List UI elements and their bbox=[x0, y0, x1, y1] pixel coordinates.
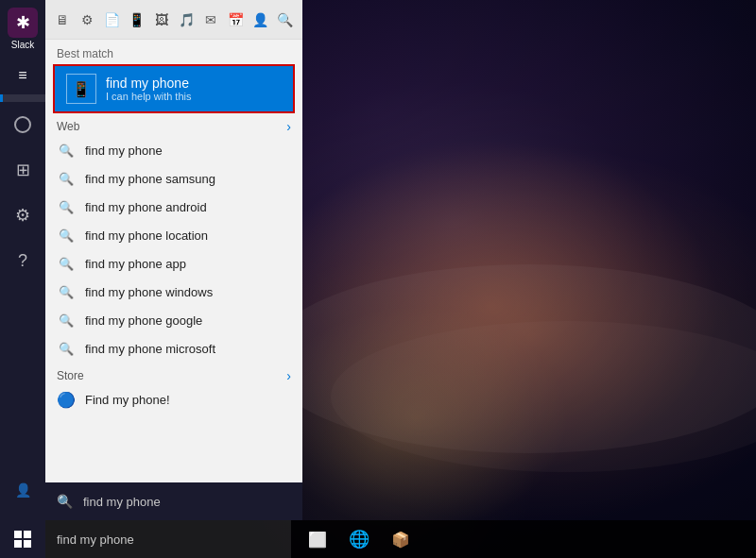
taskbar-multidesktop-icon[interactable]: ⬜ bbox=[299, 520, 336, 558]
toolbar-calendar-icon[interactable]: 📅 bbox=[226, 8, 245, 31]
search-bar[interactable]: 🔍 find my phone bbox=[45, 482, 302, 520]
sidebar-item-apps[interactable]: ⊞ bbox=[0, 147, 45, 193]
taskbar-search-text: find my phone bbox=[57, 533, 134, 547]
toolbar-document-icon[interactable]: 📄 bbox=[102, 8, 121, 31]
web-section-arrow[interactable]: › bbox=[286, 119, 291, 134]
taskbar: find my phone ⬜ 🌐 📦 bbox=[0, 520, 756, 558]
svg-rect-8 bbox=[24, 540, 31, 548]
sidebar-item-user[interactable]: 👤 bbox=[0, 467, 45, 513]
web-result-0[interactable]: 🔍 find my phone bbox=[45, 136, 302, 164]
hamburger-button[interactable]: ≡ bbox=[0, 57, 45, 94]
slack-icon-symbol: ✱ bbox=[16, 12, 30, 33]
store-section-label: Store bbox=[57, 369, 84, 382]
best-match-subtitle: I can help with this bbox=[106, 91, 192, 102]
best-match-app-icon: 📱 bbox=[66, 74, 96, 104]
edge-icon-symbol: 🌐 bbox=[349, 529, 369, 550]
toolbar-music-icon[interactable]: 🎵 bbox=[177, 8, 196, 31]
sidebar-item-help[interactable]: ? bbox=[0, 238, 45, 283]
best-match-label: Best match bbox=[45, 40, 302, 64]
web-result-6[interactable]: 🔍 find my phone google bbox=[45, 306, 302, 334]
slack-icon: ✱ bbox=[8, 8, 38, 38]
best-match-title: find my phone bbox=[106, 76, 192, 91]
web-result-4[interactable]: 🔍 find my phone app bbox=[45, 249, 302, 278]
grid-icon: ⊞ bbox=[16, 160, 30, 180]
toolbar-display-icon[interactable]: 🖥 bbox=[53, 8, 72, 31]
web-result-text-0: find my phone bbox=[85, 144, 163, 158]
toolbar-mail-icon[interactable]: ✉ bbox=[201, 8, 220, 31]
sidebar-item-settings[interactable]: ⚙ bbox=[0, 193, 45, 238]
store-result-0[interactable]: 🔵 Find my phone! bbox=[45, 385, 302, 414]
search-web-icon-6: 🔍 bbox=[57, 311, 76, 330]
store-icon-symbol: 📦 bbox=[391, 531, 410, 549]
store-app-icon-0: 🔵 bbox=[57, 390, 76, 409]
search-web-icon-0: 🔍 bbox=[57, 141, 76, 160]
web-result-1[interactable]: 🔍 find my phone samsung bbox=[45, 164, 302, 193]
desktop-icon-symbol: ⬜ bbox=[308, 531, 327, 549]
slack-app-area: ✱ Slack bbox=[0, 0, 45, 57]
web-section-label: Web bbox=[57, 120, 79, 133]
gear-icon: ⚙ bbox=[15, 205, 30, 226]
search-web-icon-7: 🔍 bbox=[57, 339, 76, 358]
sidebar-bottom: 👤 bbox=[0, 467, 45, 520]
search-web-icon-2: 🔍 bbox=[57, 197, 76, 216]
taskbar-store-icon[interactable]: 📦 bbox=[382, 520, 420, 558]
search-web-icon-4: 🔍 bbox=[57, 254, 76, 273]
toolbar-phone-icon[interactable]: 📱 bbox=[128, 8, 146, 31]
search-web-icon-1: 🔍 bbox=[57, 169, 76, 188]
web-result-text-2: find my phone android bbox=[85, 200, 207, 214]
web-result-2[interactable]: 🔍 find my phone android bbox=[45, 193, 302, 221]
store-result-text-0: Find my phone! bbox=[85, 393, 170, 407]
slack-label: Slack bbox=[11, 40, 34, 50]
web-result-5[interactable]: 🔍 find my phone windows bbox=[45, 278, 302, 306]
taskbar-edge-icon[interactable]: 🌐 bbox=[340, 520, 378, 558]
icon-toolbar: 🖥 ⚙ 📄 📱 🖼 🎵 ✉ 📅 👤 🔍 bbox=[45, 0, 302, 40]
taskbar-icons: ⬜ 🌐 📦 bbox=[291, 520, 427, 558]
toolbar-settings-icon[interactable]: ⚙ bbox=[77, 8, 96, 31]
search-panel: 🖥 ⚙ 📄 📱 🖼 🎵 ✉ 📅 👤 🔍 Best match 📱 find my… bbox=[45, 0, 302, 520]
web-section-header: Web › bbox=[45, 113, 302, 136]
circle-icon bbox=[14, 116, 31, 133]
web-result-7[interactable]: 🔍 find my phone microsoft bbox=[45, 334, 302, 363]
search-results: Best match 📱 find my phone I can help wi… bbox=[45, 40, 302, 520]
store-section-arrow[interactable]: › bbox=[286, 368, 291, 383]
taskbar-search-area[interactable]: find my phone bbox=[45, 520, 291, 558]
web-result-text-3: find my phone location bbox=[85, 228, 208, 243]
user-icon: 👤 bbox=[15, 482, 31, 498]
svg-rect-5 bbox=[14, 531, 22, 538]
web-result-3[interactable]: 🔍 find my phone location bbox=[45, 221, 302, 249]
search-bar-icon: 🔍 bbox=[57, 494, 76, 509]
web-result-text-6: find my phone google bbox=[85, 313, 202, 328]
web-result-text-1: find my phone samsung bbox=[85, 172, 215, 186]
svg-rect-6 bbox=[24, 531, 31, 538]
store-section-header: Store › bbox=[45, 363, 302, 385]
windows-logo bbox=[14, 531, 31, 548]
svg-rect-7 bbox=[14, 540, 22, 548]
taskbar-start-button[interactable] bbox=[0, 520, 45, 558]
best-match-item[interactable]: 📱 find my phone I can help with this bbox=[53, 64, 295, 113]
search-bar-text: find my phone bbox=[83, 495, 161, 509]
web-result-text-5: find my phone windows bbox=[85, 285, 213, 299]
question-icon: ? bbox=[18, 251, 27, 271]
web-result-text-7: find my phone microsoft bbox=[85, 342, 215, 356]
best-match-text: find my phone I can help with this bbox=[106, 76, 192, 102]
toolbar-person-icon[interactable]: 👤 bbox=[251, 8, 270, 31]
web-result-text-4: find my phone app bbox=[85, 257, 186, 271]
hamburger-icon: ≡ bbox=[18, 67, 26, 84]
sidebar-item-cortana[interactable] bbox=[0, 102, 45, 147]
toolbar-image-icon[interactable]: 🖼 bbox=[152, 8, 171, 31]
search-web-icon-3: 🔍 bbox=[57, 226, 76, 245]
toolbar-search-icon[interactable]: 🔍 bbox=[276, 8, 295, 31]
search-web-icon-5: 🔍 bbox=[57, 282, 76, 301]
